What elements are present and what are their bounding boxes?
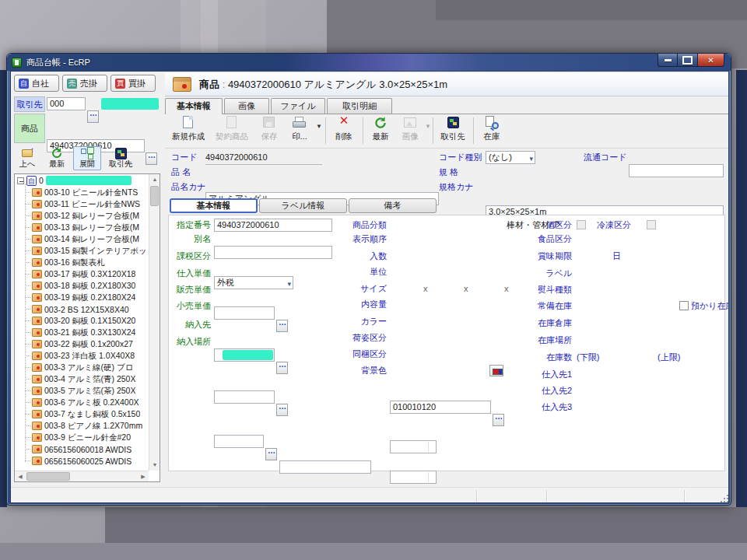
tree-horizontal-scrollbar[interactable]: ◀ ▶ — [15, 471, 149, 481]
code-type-select[interactable]: (なし) — [486, 151, 535, 164]
tree-item[interactable]: 003-9 ビニール針金#20 — [15, 432, 149, 443]
tree-up-button[interactable]: ↑ 上へ — [14, 146, 40, 170]
product-lookup-button[interactable] — [146, 152, 157, 165]
horizontal-scroll-thumb[interactable] — [26, 472, 70, 481]
sales-button[interactable]: 売 売掛 — [62, 75, 107, 92]
dist-code-input[interactable] — [629, 164, 724, 177]
tree-item[interactable]: 003-12 銅レリーフ合板(M — [15, 210, 149, 222]
vertical-scroll-thumb[interactable] — [150, 186, 159, 206]
product-tree[interactable]: 自 0 003-10 ビニール針金NTS 003-11 ビニール針 — [14, 173, 160, 482]
tree-item[interactable]: 003-10 ビニール針金NTS — [15, 187, 149, 198]
label-type-label: ラベル — [527, 267, 572, 280]
tree-item[interactable]: 003-4 アルミ箔(青) 250X — [15, 373, 149, 385]
alcohol-checkbox[interactable] — [577, 220, 586, 229]
purchase-button[interactable]: 買 買掛 — [110, 75, 156, 92]
tree-item[interactable]: 0656156060025 AWDIS — [15, 455, 149, 467]
alias-input[interactable] — [214, 246, 332, 259]
contract-product-button[interactable]: 契約商品 — [212, 116, 252, 145]
stock-upper-label: (上限) — [658, 351, 686, 364]
package-icon — [32, 235, 42, 243]
pack-qty-input[interactable] — [390, 471, 437, 484]
stock-lower-label: (下限) — [577, 351, 605, 364]
image-button[interactable]: 画像 — [397, 116, 423, 145]
tree-item[interactable]: 003-16 銅製表札 — [15, 257, 149, 268]
titlebar[interactable]: 商品台帳 - EcRP — [7, 54, 731, 71]
spec-kana-label: 規格カナ — [439, 180, 484, 194]
delivery-to-name-input[interactable] — [279, 460, 371, 474]
tree-item[interactable]: 003-21 銅板 0.3X130X24 — [15, 327, 149, 338]
delivery-to-input[interactable] — [214, 435, 264, 448]
package-icon — [32, 410, 42, 418]
partner-lookup-button[interactable] — [87, 110, 99, 123]
tree-item[interactable]: 003-2 BS 12X15X8X40 — [15, 303, 149, 315]
new-button[interactable]: 新規作成 — [168, 116, 209, 145]
purchase-price-lookup-button[interactable] — [276, 320, 288, 332]
tree-item[interactable]: 003-17 銅板 0.3X120X18 — [15, 268, 149, 280]
collapse-icon[interactable] — [17, 177, 24, 184]
supplier3-label: 仕入先3 — [527, 401, 572, 414]
tree-item[interactable]: 003-13 銅レリーフ合板(M — [15, 222, 149, 233]
scroll-down-icon[interactable]: ▼ — [149, 460, 160, 471]
tree-item[interactable]: 003-19 銅板 0.2X180X24 — [15, 292, 149, 303]
tree-item[interactable]: 003-8 ピアノ線 1.2X70mm — [15, 420, 149, 432]
save-button[interactable]: 保存 — [255, 116, 283, 145]
tree-item[interactable]: 003-18 銅板 0.2X180X30 — [15, 280, 149, 292]
package-icon — [32, 317, 42, 325]
tab-file[interactable]: ファイル — [271, 98, 325, 114]
retail-price-lookup-button[interactable] — [276, 404, 288, 416]
frozen-checkbox[interactable] — [647, 220, 656, 229]
tree-root-redacted — [46, 176, 132, 185]
scroll-right-icon[interactable]: ▶ — [138, 471, 149, 482]
delivery-to-lookup-button[interactable] — [265, 448, 277, 460]
tree-item[interactable]: 003-15 銅製インテリアボッ — [15, 245, 149, 257]
tree-item[interactable]: 003-22 銅板 0.1x200x27 — [15, 338, 149, 350]
consignment-checkbox[interactable] — [679, 301, 689, 310]
display-order-input[interactable] — [390, 440, 437, 453]
company-button[interactable]: 自 自社 — [14, 75, 59, 92]
retail-price-input[interactable] — [214, 390, 275, 404]
bg-color-picker-button[interactable] — [489, 365, 503, 376]
minimize-button[interactable] — [658, 54, 678, 67]
tree-item[interactable]: 003-3 アルミ線(硬) ブロ — [15, 362, 149, 373]
refresh-button[interactable]: 最新 — [367, 116, 394, 145]
print-dropdown-icon[interactable]: ▼ — [316, 123, 322, 130]
tab-basic-info[interactable]: 基本情報 — [165, 98, 223, 114]
tree-item[interactable]: 003-23 洋白板 1.0X40X8 — [15, 350, 149, 362]
tree-item[interactable]: 003-20 銅板 0.1X150X20 — [15, 315, 149, 327]
package-icon — [32, 340, 42, 348]
tab-image[interactable]: 画像 — [224, 98, 269, 114]
resize-grip[interactable] — [719, 493, 728, 502]
scroll-up-icon[interactable]: ▲ — [149, 174, 160, 185]
subtab-label-info[interactable]: ラベル情報 — [259, 198, 347, 213]
partner-code-input[interactable]: 000 — [47, 97, 86, 110]
scroll-left-icon[interactable]: ◀ — [15, 471, 26, 482]
category-lookup-button[interactable] — [493, 414, 504, 426]
subtab-basic-info[interactable]: 基本情報 — [170, 198, 258, 213]
image-dropdown-icon[interactable]: ▼ — [425, 123, 431, 130]
tree-root-row[interactable]: 自 0 — [15, 174, 149, 187]
tree-partner-button[interactable]: 取引先 — [104, 146, 137, 170]
stock-button[interactable]: 在庫 — [478, 116, 506, 145]
tree-expand-button[interactable]: 展開 — [73, 146, 101, 170]
tree-item[interactable]: 003-11 ビニール針金NWS — [15, 198, 149, 210]
print-button[interactable]: 印... — [286, 116, 313, 145]
tree-item[interactable]: 0656156060018 AWDIS — [15, 443, 149, 455]
subtab-remarks[interactable]: 備考 — [349, 198, 437, 213]
tree-item[interactable]: 003-6 アルミ板 0.2X400X — [15, 397, 149, 408]
tree-item[interactable]: 003-14 銅レリーフ合板(M — [15, 233, 149, 245]
tree-item[interactable]: 003-5 アルミ箔(茶) 250X — [15, 385, 149, 397]
selling-price-input[interactable] — [214, 348, 275, 362]
maximize-button[interactable] — [678, 54, 698, 67]
delete-button[interactable]: ✕ 削除 — [330, 116, 358, 145]
partner-button[interactable]: 取引先 — [437, 116, 468, 145]
close-button[interactable] — [698, 54, 724, 67]
tree-item[interactable]: 003-7 なまし銅板 0.5x150 — [15, 408, 149, 420]
tab-transactions[interactable]: 取引明細 — [327, 98, 392, 114]
tree-refresh-button[interactable]: 最新 — [44, 146, 70, 170]
category-code-input[interactable]: 010010120 — [390, 401, 491, 414]
tax-type-select[interactable]: 外税 — [214, 276, 293, 289]
selling-price-lookup-button[interactable] — [276, 362, 288, 374]
tree-vertical-scrollbar[interactable]: ▲ ▼ — [149, 174, 160, 471]
purchase-price-input[interactable] — [214, 306, 275, 320]
designated-number-input[interactable]: 4940372000610 — [214, 219, 332, 232]
